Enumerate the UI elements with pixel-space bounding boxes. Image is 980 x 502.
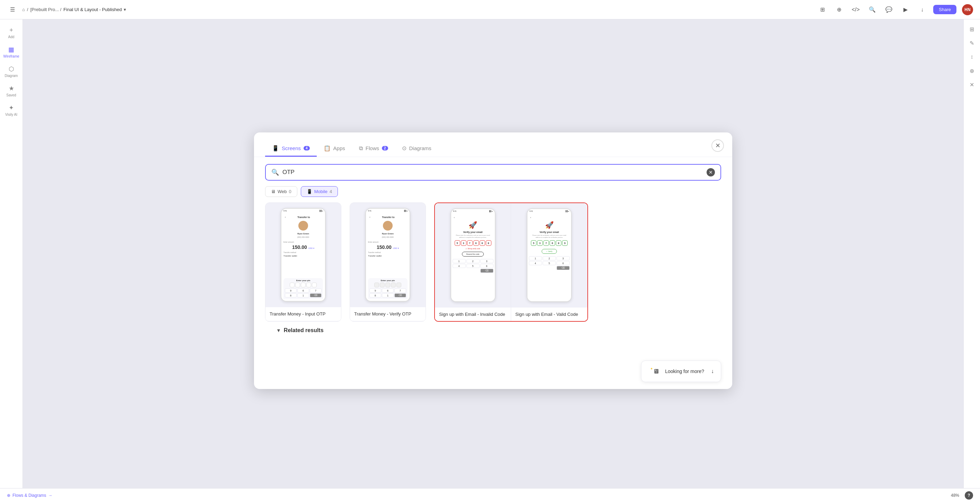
sidebar-item-saved[interactable]: ★ Saved: [3, 82, 20, 100]
looking-more-text: Looking for more?: [665, 368, 704, 374]
status-bar-1: 9:41 ▐▐ ●: [282, 209, 325, 213]
zoom-level[interactable]: 48%: [951, 493, 959, 498]
sidebar-item-diagram[interactable]: ⬡ Diagram: [3, 62, 20, 80]
help-button[interactable]: ?: [965, 491, 973, 500]
flows-badge: 2: [382, 146, 388, 150]
result-card-4[interactable]: 9:41 ▐▐ ● ‹ 🚀 Verify your email Ple: [511, 203, 587, 321]
phone-mockup-3: 9:41 ▐▐ ● ‹ 🚀 Verify your email Ple: [450, 208, 496, 302]
filter-row: 🖥 Web 0 📱 Mobile 4: [254, 186, 732, 202]
card-label-3: Sign up with Email - Invalid Code: [435, 307, 511, 321]
right-tool-3[interactable]: ↕: [966, 51, 978, 62]
breadcrumb: ⌂ / [Prebuilt Pro... / Final UI & Layout…: [22, 7, 813, 12]
right-tool-2[interactable]: ✎: [966, 37, 978, 49]
screens-badge: 4: [304, 146, 310, 150]
diagrams-tab-label: Diagrams: [409, 145, 431, 151]
sidebar-label-ai: Visily AI: [5, 113, 18, 116]
card-preview-3: 9:41 ▐▐ ● ‹ 🚀 Verify your email Ple: [435, 203, 511, 307]
search-input[interactable]: [282, 169, 703, 176]
search-container: 🔍 ✕: [254, 157, 732, 186]
tab-diagrams[interactable]: ⊙ Diagrams: [395, 141, 438, 157]
card-label-4: Sign up with Email - Valid Code: [511, 307, 587, 321]
looking-more-icon: ✦ 🖥: [648, 365, 661, 378]
search-icon: 🔍: [271, 169, 279, 176]
tab-screens[interactable]: 📱 Screens 4: [265, 141, 317, 157]
breadcrumb-chevron[interactable]: ▾: [124, 7, 126, 12]
comment-tool[interactable]: 💬: [883, 4, 894, 15]
play-tool[interactable]: ▶: [900, 4, 911, 15]
right-tool-4[interactable]: ⊕: [966, 65, 978, 76]
looking-more-arrow-icon: ↓: [711, 368, 714, 375]
sidebar-item-wireframe[interactable]: ▦ Wireframe: [3, 43, 20, 61]
web-filter-count: 0: [289, 189, 291, 194]
code-tool[interactable]: </>: [850, 4, 861, 15]
web-filter-label: Web: [278, 189, 287, 194]
home-icon[interactable]: ⌂: [22, 7, 25, 12]
filter-mobile[interactable]: 📱 Mobile 4: [301, 186, 338, 197]
related-header[interactable]: ▼ Related results: [276, 327, 710, 333]
rocket-icon-3: 🚀: [469, 221, 477, 229]
bottom-bar: ⊕ Flows & Diagrams → 48% ?: [0, 488, 980, 502]
result-card-2[interactable]: 9:41 ▐▐ ● ‹ Transfer to Ryan Green: [350, 202, 426, 322]
right-tool-1[interactable]: ⊞: [966, 24, 978, 35]
status-bar-3: 9:41 ▐▐ ●: [451, 209, 495, 213]
tab-flows[interactable]: ⧉ Flows 2: [352, 141, 395, 157]
web-filter-icon: 🖥: [271, 189, 275, 194]
sidebar-label-wireframe: Wireframe: [3, 54, 19, 58]
add-icon: +: [10, 27, 13, 34]
avatar[interactable]: HN: [962, 4, 973, 15]
clear-search-button[interactable]: ✕: [706, 168, 715, 177]
menu-icon[interactable]: ☰: [7, 4, 18, 15]
sidebar-label-add: Add: [8, 35, 14, 39]
result-card-3[interactable]: 9:41 ▐▐ ● ‹ 🚀 Verify your email Ple: [435, 203, 511, 321]
connect-tool[interactable]: ⊕: [834, 4, 845, 15]
phone-content-4: ‹ 🚀 Verify your email Please enter the v…: [527, 213, 571, 301]
search-modal: 📱 Screens 4 📋 Apps ⧉ Flows 2 ⊙ Diagrams: [254, 132, 732, 389]
frames-tool[interactable]: ⊞: [817, 4, 828, 15]
modal-close-button[interactable]: ✕: [711, 139, 724, 152]
share-button[interactable]: Share: [933, 5, 956, 14]
sidebar-item-visily-ai[interactable]: ✦ Visily AI: [3, 101, 20, 119]
phone-mockup-4: 9:41 ▐▐ ● ‹ 🚀 Verify your email Ple: [527, 208, 572, 302]
phone-content-3: ‹ 🚀 Verify your email Please enter the v…: [451, 213, 495, 301]
related-chevron-icon: ▼: [276, 328, 281, 333]
phone-mockup-2: 9:41 ▐▐ ● ‹ Transfer to Ryan Green: [365, 208, 410, 301]
search-tool[interactable]: 🔍: [867, 4, 878, 15]
mobile-filter-count: 4: [329, 189, 332, 194]
selected-card-group[interactable]: 9:41 ▐▐ ● ‹ 🚀 Verify your email Ple: [434, 202, 588, 322]
search-bar: 🔍 ✕: [265, 164, 721, 181]
related-section: ▼ Related results: [265, 322, 721, 342]
top-toolbar: ☰ ⌂ / [Prebuilt Pro... / Final UI & Layo…: [0, 0, 980, 19]
breadcrumb-project[interactable]: [Prebuilt Pro... /: [30, 7, 61, 12]
card-preview-2: 9:41 ▐▐ ● ‹ Transfer to Ryan Green: [350, 203, 426, 307]
sidebar-label-saved: Saved: [6, 93, 16, 97]
result-card-1[interactable]: 9:41 ▐▐ ● ‹ Transfer to Ryan Green: [265, 202, 341, 322]
modal-tabs: 📱 Screens 4 📋 Apps ⧉ Flows 2 ⊙ Diagrams: [265, 141, 721, 157]
mobile-filter-icon: 📱: [307, 189, 312, 194]
left-sidebar: + Add ▦ Wireframe ⬡ Diagram ★ Saved ✦ Vi…: [0, 19, 23, 502]
breadcrumb-file[interactable]: Final UI & Layout - Published: [64, 7, 122, 12]
sidebar-item-add[interactable]: + Add: [3, 24, 20, 41]
right-tool-5[interactable]: ✕: [966, 79, 978, 90]
wireframe-icon: ▦: [8, 46, 14, 53]
filter-web[interactable]: 🖥 Web 0: [265, 186, 298, 197]
phone-content-2: ‹ Transfer to Ryan Green (000) 000-0000 …: [366, 213, 410, 301]
results-grid: 9:41 ▐▐ ● ‹ Transfer to Ryan Green: [265, 202, 721, 322]
toolbar-icons: ⊞ ⊕ </> 🔍 💬 ▶ ↓ Share HN: [817, 4, 973, 15]
looking-for-more[interactable]: ✦ 🖥 Looking for more? ↓: [641, 360, 721, 382]
flows-icon: ⊕: [7, 493, 10, 498]
phone-content-1: ‹ Transfer to Ryan Green (000) 000-0000 …: [282, 213, 325, 301]
screens-tab-icon: 📱: [272, 145, 279, 151]
canvas-area: 📱 Screens 4 📋 Apps ⧉ Flows 2 ⊙ Diagrams: [23, 19, 963, 502]
apps-tab-label: Apps: [333, 145, 345, 151]
download-tool[interactable]: ↓: [916, 4, 928, 15]
flows-tab-label: Flows: [366, 145, 379, 151]
diagram-icon: ⬡: [9, 65, 14, 73]
status-bar-4: 9:41 ▐▐ ●: [527, 209, 571, 213]
status-bar-2: 9:41 ▐▐ ●: [366, 209, 410, 213]
apps-tab-icon: 📋: [324, 145, 331, 151]
flows-diagrams-link[interactable]: ⊕ Flows & Diagrams →: [7, 493, 52, 498]
tab-apps[interactable]: 📋 Apps: [317, 141, 352, 157]
modal-header: 📱 Screens 4 📋 Apps ⧉ Flows 2 ⊙ Diagrams: [254, 132, 732, 157]
screens-tab-label: Screens: [282, 145, 301, 151]
rocket-icon-4: 🚀: [545, 221, 554, 229]
